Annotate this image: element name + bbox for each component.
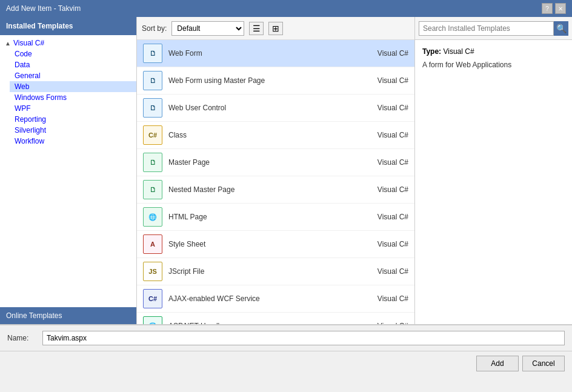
- item-name: Web User Control: [168, 104, 360, 112]
- item-type: Visual C#: [366, 267, 408, 276]
- item-type: Visual C#: [366, 131, 408, 139]
- tree-root[interactable]: ▲ Visual C#: [0, 38, 136, 48]
- item-name: Web Form: [168, 49, 360, 58]
- title-bar: Add New Item - Takvim ? ✕: [0, 0, 572, 17]
- type-label: Type:: [422, 47, 443, 56]
- list-item[interactable]: C# AJAX-enabled WCF Service Visual C#: [137, 285, 414, 313]
- item-type: Visual C#: [366, 76, 408, 85]
- online-templates-footer[interactable]: Online Templates: [0, 307, 136, 324]
- list-item[interactable]: 🗋 Master Page Visual C#: [137, 149, 414, 176]
- collapse-icon: ▲: [5, 40, 11, 47]
- item-icon: 🗋: [143, 98, 162, 118]
- list-item[interactable]: 🗋 Web User Control Visual C#: [137, 95, 414, 122]
- tree-item-windows-forms[interactable]: Windows Forms: [10, 92, 136, 103]
- tree-item-wpf[interactable]: WPF: [10, 103, 136, 114]
- item-name: Style Sheet: [168, 240, 360, 248]
- tree-item-workflow-label: Workflow: [15, 137, 44, 145]
- item-name: Class: [168, 131, 360, 139]
- tree-item-code-label: Code: [15, 50, 32, 58]
- item-name: Master Page: [168, 158, 360, 167]
- tree-item-general-label: General: [15, 71, 41, 80]
- name-input[interactable]: [42, 331, 565, 345]
- sort-label: Sort by:: [142, 24, 167, 33]
- right-panel: 🔍 Type: Visual C# A form for Web Applica…: [414, 17, 572, 324]
- info-panel: Type: Visual C# A form for Web Applicati…: [415, 40, 572, 324]
- footer-buttons: Add Cancel: [0, 351, 572, 375]
- item-icon: C#: [143, 289, 162, 308]
- grid-view-button[interactable]: ⊞: [268, 22, 283, 35]
- search-bar: 🔍: [415, 17, 572, 40]
- sort-select[interactable]: Default: [171, 21, 244, 36]
- list-item[interactable]: JS JScript File Visual C#: [137, 258, 414, 285]
- tree-item-data-label: Data: [15, 61, 30, 69]
- tree-children: Code Data General Web Windows Forms: [0, 48, 136, 147]
- close-button[interactable]: ✕: [555, 3, 566, 14]
- item-type: Visual C#: [366, 104, 408, 112]
- info-description: A form for Web Applications: [422, 61, 565, 69]
- info-type: Type: Visual C#: [422, 47, 565, 56]
- item-name: Web Form using Master Page: [168, 76, 360, 85]
- help-button[interactable]: ?: [542, 3, 553, 14]
- item-name: JScript File: [168, 267, 360, 276]
- template-tree: ▲ Visual C# Code Data General Web: [0, 35, 136, 307]
- tree-item-silverlight[interactable]: Silverlight: [10, 125, 136, 136]
- list-item[interactable]: 🗋 Nested Master Page Visual C#: [137, 176, 414, 204]
- item-icon: 🗋: [143, 180, 162, 199]
- list-item[interactable]: 🗋 Web Form using Master Page Visual C#: [137, 67, 414, 95]
- tree-root-label: Visual C#: [13, 39, 44, 47]
- center-panel: Sort by: Default ☰ ⊞ 🗋 Web Form Visual C…: [137, 17, 414, 324]
- item-type: Visual C#: [366, 294, 408, 303]
- tree-item-code[interactable]: Code: [10, 48, 136, 59]
- item-name: Nested Master Page: [168, 185, 360, 194]
- item-icon: 🗋: [143, 71, 162, 90]
- bottom-bar: Name:: [0, 324, 572, 351]
- tree-item-windows-forms-label: Windows Forms: [15, 93, 67, 102]
- tree-item-silverlight-label: Silverlight: [15, 126, 46, 135]
- cancel-button[interactable]: Cancel: [522, 356, 565, 371]
- list-item[interactable]: 🌐 ASP.NET Handler Visual C#: [137, 313, 414, 324]
- item-name: AJAX-enabled WCF Service: [168, 294, 360, 303]
- tree-item-reporting[interactable]: Reporting: [10, 114, 136, 125]
- title-bar-controls: ? ✕: [542, 3, 566, 14]
- tree-item-reporting-label: Reporting: [15, 115, 46, 124]
- tree-item-data[interactable]: Data: [10, 59, 136, 70]
- add-button[interactable]: Add: [476, 356, 519, 371]
- item-icon: 🌐: [143, 316, 162, 324]
- tree-item-wpf-label: WPF: [15, 104, 31, 113]
- installed-templates-header: Installed Templates: [0, 17, 136, 35]
- item-icon: 🗋: [143, 44, 162, 63]
- sidebar: Installed Templates ▲ Visual C# Code Dat…: [0, 17, 137, 324]
- item-type: Visual C#: [366, 158, 408, 167]
- item-icon: A: [143, 234, 162, 254]
- list-view-button[interactable]: ☰: [249, 22, 264, 35]
- item-type: Visual C#: [366, 49, 408, 58]
- item-type: Visual C#: [366, 213, 408, 221]
- list-item[interactable]: 🌐 HTML Page Visual C#: [137, 204, 414, 231]
- tree-item-web-label: Web: [15, 82, 29, 91]
- item-icon: 🌐: [143, 207, 162, 227]
- item-type: Visual C#: [366, 240, 408, 248]
- item-icon: 🗋: [143, 153, 162, 172]
- tree-item-web[interactable]: Web: [10, 81, 136, 92]
- tree-item-general[interactable]: General: [10, 70, 136, 81]
- item-icon: C#: [143, 125, 162, 145]
- dialog-title: Add New Item - Takvim: [6, 4, 81, 13]
- tree-item-workflow[interactable]: Workflow: [10, 136, 136, 147]
- list-item[interactable]: 🗋 Web Form Visual C#: [137, 40, 414, 67]
- list-item[interactable]: A Style Sheet Visual C#: [137, 231, 414, 258]
- item-type: Visual C#: [366, 185, 408, 194]
- item-name: HTML Page: [168, 213, 360, 221]
- list-item[interactable]: C# Class Visual C#: [137, 122, 414, 149]
- type-value: Visual C#: [443, 47, 474, 56]
- items-list: 🗋 Web Form Visual C# 🗋 Web Form using Ma…: [137, 40, 414, 324]
- name-label: Name:: [7, 334, 38, 342]
- search-input[interactable]: [419, 21, 554, 36]
- search-button[interactable]: 🔍: [554, 21, 568, 36]
- toolbar: Sort by: Default ☰ ⊞: [137, 17, 414, 40]
- item-icon: JS: [143, 262, 162, 281]
